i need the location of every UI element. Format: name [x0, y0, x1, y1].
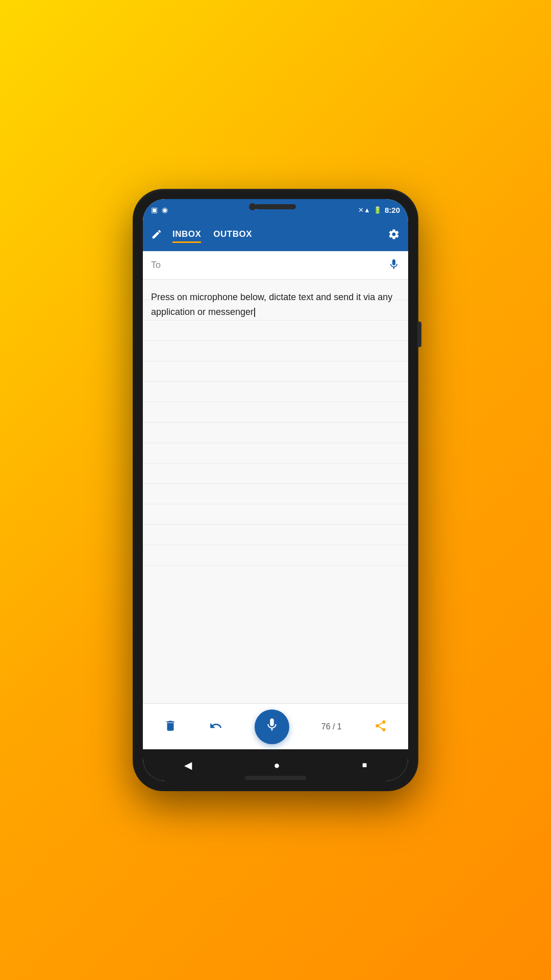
compose-icon[interactable]: [151, 229, 162, 243]
undo-button[interactable]: [209, 719, 222, 734]
delete-button[interactable]: [164, 719, 177, 734]
mic-small-icon[interactable]: [388, 258, 400, 273]
home-button[interactable]: ●: [274, 760, 280, 771]
battery-icon: 🔋: [373, 206, 382, 214]
char-count: 76 / 1: [321, 722, 342, 731]
bottom-speaker: [245, 776, 306, 780]
app-bar: INBOX OUTBOX: [143, 220, 408, 251]
message-text[interactable]: Press on microphone below, dictate text …: [151, 288, 400, 320]
tab-outbox[interactable]: OUTBOX: [213, 229, 252, 243]
mic-fab-button[interactable]: [255, 709, 289, 744]
signal-icon: ✕▲: [358, 206, 370, 214]
sim-icon: ▣: [151, 206, 158, 214]
tab-inbox[interactable]: INBOX: [172, 229, 201, 243]
clock: 8:20: [385, 206, 400, 214]
to-label: To: [151, 260, 388, 271]
back-button[interactable]: ◀: [184, 759, 192, 771]
text-cursor: [254, 308, 255, 317]
circle-icon: ◉: [162, 206, 168, 214]
status-bar: ▣ ◉ ✕▲ 🔋 8:20: [143, 199, 408, 220]
status-left-icons: ▣ ◉: [151, 206, 168, 214]
phone-device: ▣ ◉ ✕▲ 🔋 8:20 INBOX OUTBOX: [133, 189, 418, 791]
status-right-icons: ✕▲ 🔋 8:20: [358, 206, 400, 214]
tab-bar: INBOX OUTBOX: [172, 229, 388, 243]
lined-paper-bg: [143, 280, 408, 703]
to-field[interactable]: To: [143, 251, 408, 280]
mic-fab-icon: [264, 717, 280, 736]
settings-icon[interactable]: [388, 228, 400, 243]
message-area[interactable]: Press on microphone below, dictate text …: [143, 280, 408, 703]
recents-button[interactable]: ■: [362, 761, 367, 770]
message-content: Press on microphone below, dictate text …: [151, 292, 392, 317]
share-button[interactable]: [374, 719, 387, 734]
bottom-toolbar: 76 / 1: [143, 703, 408, 749]
power-button: [417, 322, 421, 347]
phone-screen: ▣ ◉ ✕▲ 🔋 8:20 INBOX OUTBOX: [143, 199, 408, 781]
speaker: [255, 204, 296, 209]
